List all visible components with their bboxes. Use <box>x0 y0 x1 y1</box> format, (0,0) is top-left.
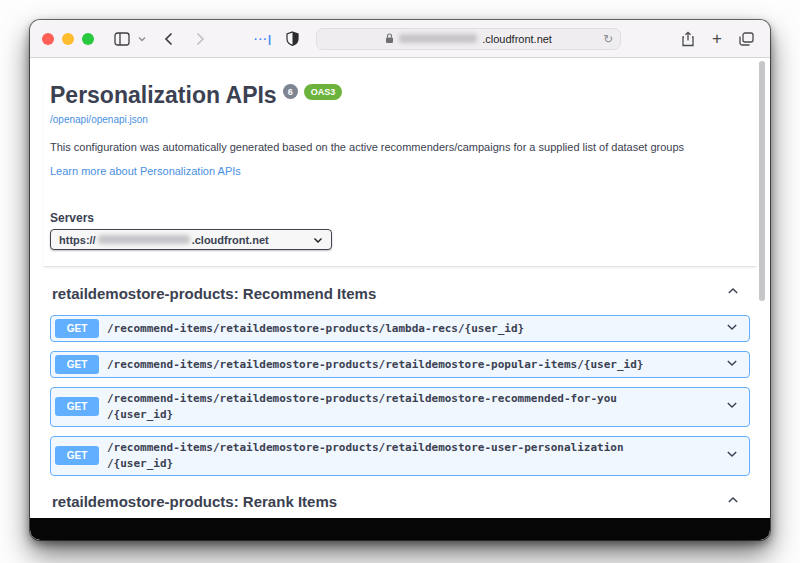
servers-block: Servers https:// .cloudfront.net <box>50 211 750 250</box>
scheme-container: Personalization APIs 6 OAS3 /openapi/ope… <box>44 82 756 267</box>
oas3-badge: OAS3 <box>304 84 343 100</box>
section-header[interactable]: retaildemostore-products: Rerank Items <box>50 489 750 515</box>
operations-list: GET/recommend-items/retaildemostore-prod… <box>50 315 750 476</box>
operation-path: /recommend-items/retaildemostore-product… <box>107 440 717 472</box>
operation-path: /recommend-items/retaildemostore-product… <box>107 357 717 373</box>
api-title-text: Personalization APIs <box>50 82 277 109</box>
safari-window: ···| .cloudfront.net ↻ <box>30 20 770 540</box>
chevron-up-icon <box>726 284 740 298</box>
extension-dots-icon[interactable]: ···| <box>254 33 272 45</box>
operation-row[interactable]: GET/recommend-items/retaildemostore-prod… <box>50 387 750 427</box>
section-title: retaildemostore-products: Recommend Item… <box>52 285 376 302</box>
page-title: Personalization APIs 6 OAS3 <box>50 82 750 109</box>
address-domain-suffix: .cloudfront.net <box>482 33 552 45</box>
tab-overview-button[interactable] <box>734 28 758 50</box>
server-url-suffix: .cloudfront.net <box>192 234 269 246</box>
forward-button[interactable] <box>188 28 212 50</box>
method-badge: GET <box>55 355 99 374</box>
servers-label: Servers <box>50 211 750 225</box>
sidebar-icon <box>114 32 130 46</box>
operation-path: /recommend-items/retaildemostore-product… <box>107 391 717 423</box>
learn-more-link[interactable]: Learn more about Personalization APIs <box>50 165 241 177</box>
back-button[interactable] <box>156 28 180 50</box>
operation-row[interactable]: GET/recommend-items/retaildemostore-prod… <box>50 315 750 342</box>
address-bar[interactable]: .cloudfront.net ↻ <box>316 28 621 50</box>
chevron-down-icon <box>725 398 739 412</box>
redacted-server-host <box>98 235 190 244</box>
desktop-background: ···| .cloudfront.net ↻ <box>0 0 800 563</box>
operation-path: /recommend-items/retaildemostore-product… <box>107 321 717 337</box>
sidebar-toggle-button[interactable] <box>110 28 134 50</box>
browser-toolbar: ···| .cloudfront.net ↻ <box>30 20 770 58</box>
tabs-overview-icon <box>739 32 754 46</box>
zoom-window-button[interactable] <box>82 33 94 45</box>
clipped-capture-strip <box>30 518 770 540</box>
operation-row[interactable]: GET/recommend-items/retaildemostore-prod… <box>50 351 750 378</box>
version-badge: 6 <box>283 84 298 99</box>
method-badge: GET <box>55 397 99 416</box>
web-page-content: Personalization APIs 6 OAS3 /openapi/ope… <box>30 58 770 517</box>
shield-icon <box>286 31 299 46</box>
api-description: This configuration was automatically gen… <box>50 141 750 153</box>
chevron-down-icon <box>725 447 739 461</box>
window-controls <box>42 33 94 45</box>
page-scrollbar-thumb[interactable] <box>759 61 765 301</box>
redacted-domain <box>399 34 477 43</box>
operation-row[interactable]: GET/recommend-items/retaildemostore-prod… <box>50 436 750 476</box>
new-tab-button[interactable]: + <box>712 30 722 47</box>
close-window-button[interactable] <box>42 33 54 45</box>
privacy-shield-icon[interactable] <box>280 28 304 50</box>
share-icon <box>681 31 695 47</box>
chevron-up-icon <box>726 493 740 507</box>
method-badge: GET <box>55 319 99 338</box>
refresh-icon[interactable]: ↻ <box>603 32 613 46</box>
server-url-prefix: https:// <box>59 234 96 246</box>
chevron-left-icon <box>164 32 173 46</box>
method-badge: GET <box>55 446 99 465</box>
chevron-down-icon <box>725 320 739 334</box>
chevron-down-icon <box>725 356 739 370</box>
servers-select[interactable]: https:// .cloudfront.net <box>50 229 332 250</box>
minimize-window-button[interactable] <box>62 33 74 45</box>
lock-icon <box>385 33 394 44</box>
select-chevron-icon <box>313 234 323 246</box>
section-title: retaildemostore-products: Rerank Items <box>52 493 337 510</box>
share-button[interactable] <box>676 28 700 50</box>
chevron-down-icon <box>138 36 146 42</box>
toolbar-right-actions: + <box>676 28 758 50</box>
chevron-right-icon <box>196 32 205 46</box>
openapi-spec-link[interactable]: /openapi/openapi.json <box>50 114 148 125</box>
section-header[interactable]: retaildemostore-products: Recommend Item… <box>50 280 750 306</box>
sidebar-menu-chevron[interactable] <box>136 28 148 50</box>
api-sections: retaildemostore-products: Recommend Item… <box>50 280 750 517</box>
